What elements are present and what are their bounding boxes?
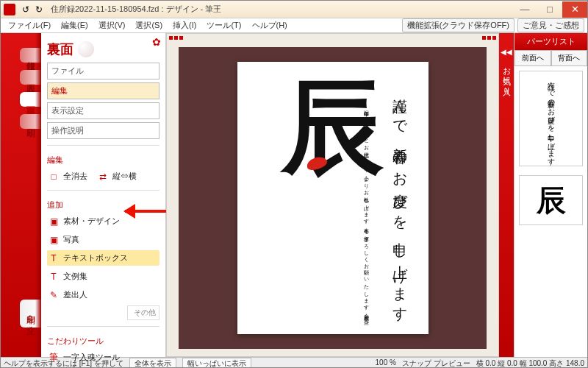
coords-label: 横 0.0 縦 0.0 幅 100.0 高さ 148.0 <box>476 358 584 369</box>
flower-icon <box>78 41 94 57</box>
tool-ichiji[interactable]: 筆一字入魂ツール <box>47 350 159 365</box>
undo-icon[interactable]: ↺ <box>20 4 32 15</box>
menu-view[interactable]: 選択(V) <box>94 18 130 32</box>
favorites-label: お気に入り <box>501 62 512 91</box>
app-icon <box>4 4 15 15</box>
feedback-button[interactable]: ご意見・ご感想 <box>517 18 584 32</box>
ext-button[interactable]: 機能拡張(クラウド保存OFF) <box>402 18 514 32</box>
window-title: 住所録2022-11-15-180954.fzd : デザイン - 筆王 <box>51 4 221 15</box>
gear-icon[interactable]: ✿ <box>152 36 161 48</box>
close-button[interactable]: ✕ <box>562 1 587 18</box>
canvas-area: 辰 謹んで 新春のお慶びを 申し上げます 旧年中はなにかとお世話になり 心よりお… <box>166 33 499 357</box>
brush-icon: 筆 <box>49 353 59 363</box>
menu-help[interactable]: ヘルプ(H) <box>248 18 292 32</box>
parts-panel: パーツリスト 前面へ 背面へ 謹んで 新春のお慶びを 申し上げます 辰 <box>514 33 587 357</box>
clear-all-button[interactable]: □全消去 <box>47 169 89 184</box>
window-buttons: — □ ✕ <box>512 1 587 18</box>
add-phrase[interactable]: T文例集 <box>47 269 159 284</box>
title-bar: ↺ ↻ 住所録2022-11-15-180954.fzd : デザイン - 筆王… <box>1 1 587 18</box>
redo-icon[interactable]: ↻ <box>33 4 45 15</box>
add-photo[interactable]: ▣写真 <box>47 232 159 247</box>
left-panel: ✿ 裏面 ファイル 編集 表示設定 操作説明 編集 □全消去 ⇄縦⇔横 追加 ▣… <box>41 33 166 357</box>
panel-box-file[interactable]: ファイル <box>47 63 159 79</box>
view-fit-width[interactable]: 幅いっぱいに表示 <box>182 358 251 369</box>
section-tools: こだわりツール <box>47 336 159 347</box>
menu-insert[interactable]: 挿入(I) <box>168 18 201 32</box>
add-textbox[interactable]: Tテキストボックス <box>47 250 159 266</box>
parts-thumb-1[interactable]: 謹んで 新春のお慶びを 申し上げます <box>519 71 583 166</box>
panel-box-help[interactable]: 操作説明 <box>47 122 159 139</box>
textbox-icon: T <box>49 253 59 263</box>
orientation-button[interactable]: ⇄縦⇔横 <box>96 169 138 184</box>
menu-select[interactable]: 選択(S) <box>131 18 167 32</box>
favorites-strip[interactable]: ◀◀ お気に入り <box>499 33 514 357</box>
ruler-top <box>267 62 399 63</box>
phrase-icon: T <box>49 272 59 282</box>
bring-front-button[interactable]: 前面へ <box>514 50 551 66</box>
panel-box-edit[interactable]: 編集 <box>47 82 159 99</box>
tab-print[interactable]: 印刷 <box>20 114 41 129</box>
zoom-value: 100 % <box>376 358 396 369</box>
add-material[interactable]: ▣素材・デザイン <box>47 213 159 229</box>
mode-label: スナップ プレビュー <box>402 358 470 369</box>
parts-header: パーツリスト <box>514 33 587 50</box>
canvas[interactable]: 辰 謹んで 新春のお慶びを 申し上げます 旧年中はなにかとお世話になり 心よりお… <box>179 47 487 349</box>
panel-box-display[interactable]: 表示設定 <box>47 102 159 119</box>
photo-icon: ▣ <box>49 235 59 245</box>
greeting-text[interactable]: 謹んで 新春のお慶びを 申し上げます <box>391 87 411 316</box>
sub-text[interactable]: 旧年中はなにかとお世話になり 心よりお礼申し上げます 本年も何卒よろしくお願いい… <box>361 106 370 316</box>
order-print-button[interactable]: 印刷を注文 <box>20 300 41 328</box>
send-back-button[interactable]: 背面へ <box>551 50 588 66</box>
panel-title: 裏面 <box>47 40 159 58</box>
tab-front[interactable]: 表面 <box>20 70 41 85</box>
chevron-left-icon[interactable]: ◀◀ <box>501 48 512 56</box>
section-edit: 編集 <box>47 155 159 166</box>
tab-back[interactable]: 裏面 <box>20 92 41 107</box>
postcard[interactable]: 辰 謹んで 新春のお慶びを 申し上げます 旧年中はなにかとお世話になり 心よりお… <box>237 62 429 334</box>
menu-file[interactable]: ファイル(F) <box>4 18 55 32</box>
menu-tool[interactable]: ツール(T) <box>202 18 245 32</box>
more-button[interactable]: その他 <box>127 305 159 320</box>
main-area: 住所録 表面 裏面 印刷 印刷を注文 ✿ 裏面 ファイル 編集 表示設定 操作説… <box>1 33 587 357</box>
side-ribbon: 住所録 表面 裏面 印刷 印刷を注文 <box>1 33 41 357</box>
menu-bar: ファイル(F) 編集(E) 選択(V) 選択(S) 挿入(I) ツール(T) ヘ… <box>1 18 587 33</box>
minimize-button[interactable]: — <box>512 1 537 18</box>
swap-icon: ⇄ <box>98 171 108 182</box>
maximize-button[interactable]: □ <box>537 1 562 18</box>
parts-thumb-2[interactable]: 辰 <box>519 175 583 225</box>
section-add: 追加 <box>47 199 159 210</box>
trash-icon: □ <box>49 171 59 182</box>
material-icon: ▣ <box>49 216 59 227</box>
tab-address[interactable]: 住所録 <box>20 48 41 63</box>
sender-icon: ✎ <box>49 290 59 300</box>
quick-access: ↺ ↻ <box>20 4 45 15</box>
menu-edit[interactable]: 編集(E) <box>57 18 93 32</box>
add-sender[interactable]: ✎差出人 <box>47 287 159 302</box>
